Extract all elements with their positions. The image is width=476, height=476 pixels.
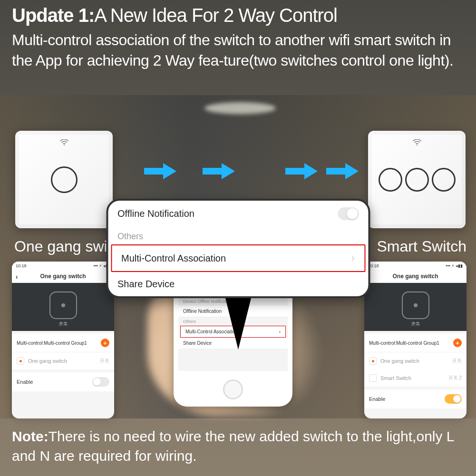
switch-button-circle bbox=[51, 166, 78, 193]
toggle-off-icon[interactable] bbox=[338, 207, 359, 220]
wifi-icon bbox=[413, 139, 421, 147]
app-header: ‹ One gang switch bbox=[364, 270, 466, 283]
enable-row[interactable]: Enable bbox=[12, 372, 114, 391]
status-bar: 10:18••• ⚡︎ ◂▮▮ bbox=[12, 262, 114, 270]
chevron-right-icon: › bbox=[279, 329, 281, 334]
status-bar: 10:18••• ⚡︎ ◂▮▮ bbox=[364, 262, 466, 270]
switch-button-circle bbox=[432, 168, 456, 192]
dot-icon bbox=[61, 303, 65, 307]
home-button-icon bbox=[223, 379, 243, 399]
footer-text: There is no need to wire the new added s… bbox=[12, 428, 454, 464]
title-text: A New Idea For 2 Way Control bbox=[94, 5, 337, 26]
phone-screenshot-right: 10:18••• ⚡︎ ◂▮▮ ‹ One gang switch 开关 Mul… bbox=[364, 262, 466, 418]
app-header-title: One gang switch bbox=[392, 273, 438, 280]
list-item[interactable]: One gang switch 开关 bbox=[12, 352, 114, 369]
status-icons: ••• ⚡︎ ◂▮▮ bbox=[446, 263, 463, 268]
ceiling-light bbox=[204, 102, 276, 114]
item-name: Smart Switch bbox=[380, 375, 411, 381]
dot-icon bbox=[414, 303, 418, 307]
list-item[interactable]: Smart Switch 开关 2 bbox=[364, 369, 466, 387]
popup-others-label: Others bbox=[108, 227, 368, 244]
enable-row[interactable]: Enable bbox=[364, 389, 466, 408]
header-block: Update 1:A New Idea For 2 Way Control Mu… bbox=[12, 5, 464, 71]
footer-prefix: Note: bbox=[12, 428, 49, 444]
device-mini-icon bbox=[17, 357, 24, 365]
share-device-label: Share Device bbox=[183, 340, 212, 346]
device-tile[interactable] bbox=[402, 291, 429, 319]
wifi-icon bbox=[60, 139, 68, 147]
enable-label: Enable bbox=[17, 379, 33, 385]
group-label: Multi-control:Multi-control Group1 bbox=[17, 340, 87, 346]
toggle-off-icon[interactable] bbox=[92, 377, 109, 387]
add-icon[interactable]: + bbox=[453, 339, 462, 347]
wall-switch-smart bbox=[368, 131, 466, 228]
device-tile-label: 开关 bbox=[12, 321, 114, 327]
title-prefix: Update 1: bbox=[12, 5, 94, 26]
switch-label-right: Smart Switch bbox=[377, 238, 466, 255]
page-description: Multi-control association of the switch … bbox=[12, 30, 464, 71]
group-label: Multi-control:Multi-control Group1 bbox=[369, 340, 439, 346]
back-icon[interactable]: ‹ bbox=[16, 273, 18, 281]
list-item[interactable]: One gang switch 开关 bbox=[364, 352, 466, 369]
device-tile-area: 开关 bbox=[364, 283, 466, 331]
switch-button-circle bbox=[405, 168, 429, 192]
device-tile-area: 开关 bbox=[12, 283, 114, 331]
item-suffix: 开关 bbox=[452, 358, 462, 364]
chevron-right-icon: › bbox=[351, 252, 355, 264]
multicontrol-group-row[interactable]: Multi-control:Multi-control Group1 + bbox=[364, 334, 466, 352]
add-icon[interactable]: + bbox=[101, 339, 109, 347]
wall-switch-one-gang bbox=[15, 131, 113, 228]
callout-pointer-icon bbox=[224, 292, 253, 350]
popup-share-row[interactable]: Share Device bbox=[108, 272, 368, 296]
enable-label: Enable bbox=[369, 396, 385, 402]
arrow-right-icon bbox=[203, 157, 236, 190]
multicontrol-group-row[interactable]: Multi-control:Multi-control Group1 + bbox=[12, 334, 114, 352]
footer-note: Note:There is no need to wire the new ad… bbox=[0, 418, 476, 476]
item-name: One gang switch bbox=[380, 358, 419, 364]
arrow-right-icon bbox=[144, 157, 177, 190]
popup-multicontrol-row[interactable]: Multi-Control Association › bbox=[111, 244, 365, 272]
settings-popup: Offline Notification Others Multi-Contro… bbox=[106, 199, 370, 298]
arrow-right-icon bbox=[285, 157, 319, 190]
app-header: ‹ One gang switch bbox=[12, 270, 114, 283]
popup-multicontrol-label: Multi-Control Association bbox=[121, 253, 226, 264]
page-title: Update 1:A New Idea For 2 Way Control bbox=[12, 5, 464, 26]
device-tile-label: 开关 bbox=[364, 321, 466, 327]
device-mini-icon bbox=[369, 357, 377, 365]
device-mini-icon bbox=[369, 374, 377, 382]
popup-share-label: Share Device bbox=[117, 279, 175, 290]
item-name: One gang switch bbox=[28, 358, 67, 364]
popup-offline-row[interactable]: Offline Notification bbox=[108, 201, 368, 227]
status-time: 10:18 bbox=[16, 263, 27, 268]
popup-offline-label: Offline Notification bbox=[117, 208, 194, 219]
app-header-title: One gang switch bbox=[40, 273, 86, 280]
item-suffix: 开关 2 bbox=[448, 375, 462, 381]
arrow-right-icon bbox=[326, 157, 359, 190]
switch-button-circle bbox=[379, 168, 402, 192]
offline-label: Offline Notification bbox=[183, 309, 222, 314]
toggle-on-icon[interactable] bbox=[445, 394, 462, 404]
device-tile[interactable] bbox=[49, 291, 77, 319]
phone-screenshot-left: 10:18••• ⚡︎ ◂▮▮ ‹ One gang switch 开关 Mul… bbox=[12, 262, 114, 418]
item-suffix: 开关 bbox=[100, 358, 109, 364]
